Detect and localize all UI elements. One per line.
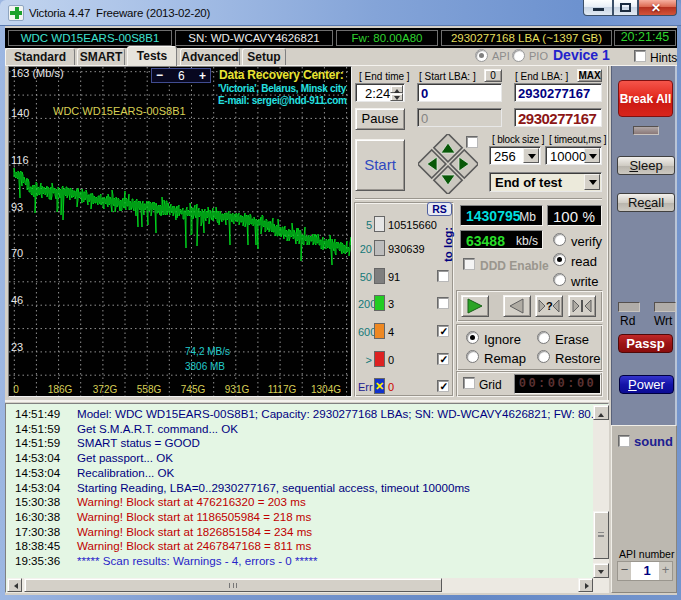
svg-text:?: ? bbox=[546, 300, 553, 312]
